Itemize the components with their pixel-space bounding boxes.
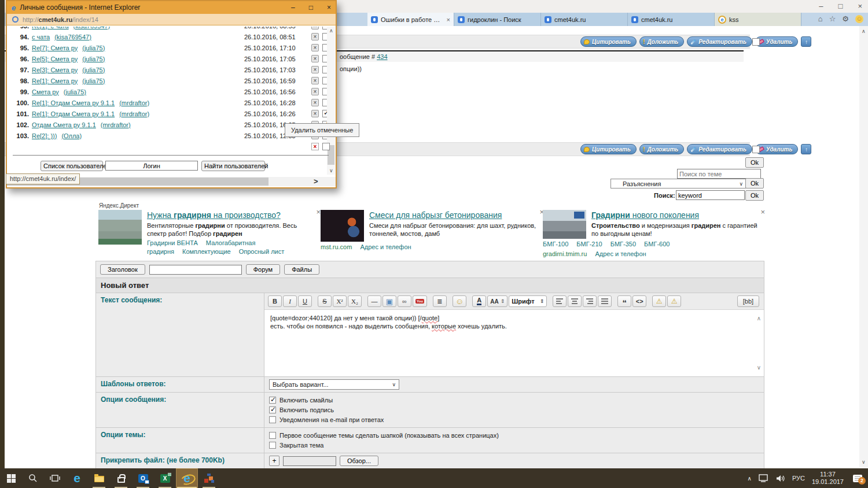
message-title-link[interactable]: Re[3]: Смета ру (32, 66, 78, 73)
browser-tab[interactable]: cmet4uk.ru (628, 13, 715, 26)
edit-button[interactable]: Редактировать (687, 144, 752, 154)
ad-sitelink[interactable]: БМГ-210 (576, 241, 602, 247)
browser-tab[interactable]: ekss (715, 13, 801, 26)
taskbar-store-button[interactable] (110, 468, 132, 488)
browser-tab[interactable]: Ошибки в работе сайта - ...× (367, 13, 454, 26)
search-button[interactable] (22, 468, 44, 488)
templates-select[interactable]: Выбрать вариант... ∨ (269, 379, 399, 390)
ad-title-link[interactable]: Градирни нового поколения (591, 210, 699, 220)
editor-scroll-down-icon[interactable]: ∨ (757, 364, 761, 372)
delete-message-button[interactable]: × (311, 44, 319, 51)
title-input[interactable] (149, 265, 242, 275)
popup-close-button[interactable]: × (327, 3, 331, 12)
ad-sitelink[interactable]: Опросный лист (239, 248, 285, 255)
ad-sitelink[interactable]: Градирни ВЕНТА (147, 239, 198, 246)
tab-close-icon[interactable]: × (447, 16, 450, 23)
add-attachment-button[interactable]: + (269, 456, 279, 466)
settings-icon[interactable]: ⚙ (842, 14, 849, 23)
bb-code-button[interactable]: [bb] (737, 295, 759, 307)
delete-button[interactable]: Удалить (755, 36, 799, 47)
message-user-link[interactable]: (kisa769547) (73, 27, 111, 29)
delete-message-button[interactable]: × (311, 110, 319, 117)
files-button[interactable]: Файлы (284, 264, 319, 275)
editor-color-button[interactable]: A (472, 295, 486, 307)
editor-quote-button[interactable]: “ (617, 295, 631, 307)
address-bar[interactable]: http://cmet4uk.ru/index/14 (7, 14, 336, 25)
select-all-messages-checkbox[interactable] (322, 143, 330, 150)
popup-maximize-button[interactable]: □ (309, 3, 313, 12)
message-user-link[interactable]: (kisa769547) (54, 34, 91, 40)
feedback-icon[interactable]: ☺ (855, 15, 863, 23)
ad-title-link[interactable]: Смеси для набрызг бетонирования (369, 210, 502, 220)
message-title-link[interactable]: с чата (32, 34, 50, 40)
message-ref-link[interactable]: 434 (377, 53, 387, 60)
editor-font-select[interactable]: Шрифт⇕ (509, 295, 547, 307)
message-title-link[interactable]: Re[1]: с чата (32, 27, 69, 29)
editor-scroll-up-icon[interactable]: ∧ (757, 315, 761, 323)
topic-option-checkbox[interactable] (269, 432, 276, 439)
ad-sitelink[interactable]: БМГ-350 (610, 241, 636, 247)
scroll-to-top-button[interactable]: ↑ (801, 144, 811, 154)
home-icon[interactable]: ⌂ (818, 14, 823, 23)
quote-button[interactable]: Цитировать (580, 144, 637, 154)
editor-superscript-button[interactable]: X² (333, 295, 347, 307)
taskbar-blocks-app-button[interactable] (198, 468, 220, 488)
message-title-link[interactable]: Re[5]: Смета ру (32, 56, 78, 62)
report-button[interactable]: Доложить (639, 36, 684, 47)
editor-smiley-button[interactable]: ☺ (453, 295, 466, 307)
message-option-checkbox[interactable] (269, 406, 276, 413)
scroll-up-icon[interactable]: ∧ (329, 28, 333, 34)
message-user-link[interactable]: (Олла) (61, 132, 82, 139)
editor-image-button[interactable]: ▣ (382, 295, 396, 307)
message-title-link[interactable]: Смета ру (32, 88, 59, 95)
close-button[interactable]: × (858, 2, 862, 10)
popup-minimize-button[interactable]: – (291, 3, 295, 12)
ok-button-2[interactable]: Ok (745, 178, 764, 188)
tray-expand-icon[interactable]: ∧ (748, 475, 752, 482)
message-user-link[interactable]: (julia75) (64, 88, 86, 95)
message-user-link[interactable]: (mrdraftor) (119, 99, 149, 106)
message-title-link[interactable]: Re[1]: Отдам Смета ру 9.1.1 (32, 110, 115, 117)
scroll-right-icon[interactable]: > (314, 177, 318, 186)
taskbar-file-explorer-button[interactable] (88, 468, 110, 488)
editor-list-button[interactable]: ≣ (433, 295, 447, 307)
taskbar-edge-button[interactable]: e (66, 468, 88, 488)
message-user-link[interactable]: (julia75) (82, 66, 105, 73)
editor-code-button[interactable]: <> (632, 295, 646, 307)
scroll-up-icon[interactable]: ∧ (862, 28, 866, 34)
select-post-checkbox-2[interactable] (752, 146, 760, 153)
scroll-to-top-button[interactable]: ↑ (801, 36, 811, 47)
editor-align-center-button[interactable] (568, 295, 582, 307)
message-editor[interactable]: [quote=dozor;440120] да нет у меня такой… (264, 309, 764, 376)
delete-message-button[interactable]: × (311, 55, 319, 62)
select-post-checkbox[interactable] (752, 38, 760, 46)
editor-spellcheck-button[interactable]: ⚠ (667, 295, 681, 307)
taskbar-ie-button[interactable]: e (176, 468, 198, 488)
editor-strike-button[interactable]: S (318, 295, 332, 307)
delete-marked-button[interactable]: × (311, 143, 319, 150)
ad-close-icon[interactable]: × (316, 208, 321, 216)
message-title-link[interactable]: Re[1]: Смета ру (32, 77, 78, 84)
start-button[interactable] (0, 468, 22, 488)
ad-contact-link[interactable]: Адрес и телефон (360, 243, 411, 250)
forum-button[interactable]: Форум (246, 264, 280, 275)
login-input[interactable] (105, 161, 198, 171)
topic-option-checkbox[interactable] (269, 442, 276, 449)
language-indicator[interactable]: РУС (792, 475, 805, 482)
message-title-link[interactable]: Re[2]: ))) (32, 132, 57, 139)
editor-link-button[interactable]: ∞ (398, 295, 411, 307)
browser-tab[interactable]: гидроклин - Поиск (454, 13, 541, 26)
popup-scrollbar[interactable]: ∧ ∨ (327, 27, 335, 175)
volume-icon[interactable] (776, 475, 785, 482)
taskbar-excel-button[interactable]: X (154, 468, 176, 488)
user-list-button[interactable]: Список пользователей (41, 161, 103, 171)
section-select[interactable]: Разъяснения ∨ (610, 179, 746, 188)
scroll-down-icon[interactable]: ∨ (862, 459, 866, 465)
browse-button[interactable]: Обзор... (340, 456, 378, 466)
find-users-button[interactable]: Найти пользователей (201, 161, 265, 171)
attachment-input[interactable] (283, 456, 336, 466)
delete-message-button[interactable]: × (311, 77, 319, 84)
editor-align-left-button[interactable] (553, 295, 567, 307)
ad-sitelink[interactable]: Комплектующие (182, 248, 231, 255)
editor-size-button[interactable]: AA⇕ (487, 295, 507, 307)
